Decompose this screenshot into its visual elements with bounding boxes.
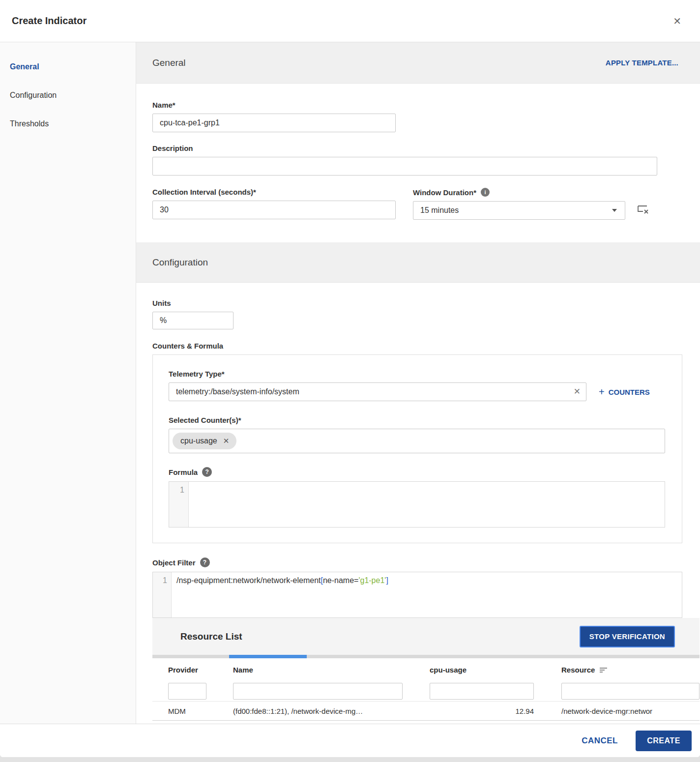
telemetry-type-label: Telemetry Type* [169, 370, 665, 378]
column-header-resource[interactable]: Resource [534, 666, 700, 674]
table-filter-row [152, 681, 700, 701]
formula-editor: 1 [169, 481, 665, 528]
resource-list-title: Resource List [180, 631, 242, 642]
code-bracket-close: ] [386, 576, 388, 585]
code-attr: ne-name= [323, 576, 359, 585]
object-filter-label: Object Filter [152, 558, 196, 567]
sort-icon [600, 668, 607, 673]
selected-counters-field: cpu-usage ✕ [169, 429, 665, 453]
info-icon: i [481, 188, 490, 197]
sidebar-item-configuration[interactable]: Configuration [0, 87, 136, 104]
progress-indicator [229, 655, 307, 658]
counter-chip-label: cpu-usage [180, 437, 217, 445]
configuration-section-title: Configuration [152, 257, 208, 268]
units-field[interactable] [152, 312, 233, 329]
name-field[interactable] [152, 114, 396, 132]
sidebar-item-general[interactable]: General [0, 59, 136, 75]
counter-chip: cpu-usage ✕ [173, 433, 236, 449]
clear-telemetry-icon[interactable]: ✕ [574, 386, 581, 397]
dialog-header: Create Indicator ✕ [0, 0, 700, 42]
dialog-footer: CANCEL CREATE [0, 724, 700, 757]
units-label: Units [152, 299, 700, 307]
cell-cpu-usage: 12.94 [430, 707, 534, 715]
create-button[interactable]: CREATE [636, 731, 692, 751]
column-header-name[interactable]: Name [233, 666, 430, 674]
column-header-provider[interactable]: Provider [168, 666, 233, 674]
description-label: Description [152, 144, 700, 152]
code-string: 'g1-pe1' [358, 576, 386, 585]
dialog-sidebar: General Configuration Thresholds [0, 42, 136, 724]
window-duration-value: 15 minutes [420, 206, 459, 215]
general-section-title: General [152, 58, 186, 68]
object-filter-editor: 1 /nsp-equipment:network/network-element… [152, 572, 682, 618]
plus-icon: + [599, 387, 605, 397]
cell-provider: MDM [168, 707, 233, 715]
table-header-row: Provider Name cpu-usage Resource [152, 658, 700, 681]
formula-help-icon[interactable]: ? [202, 467, 212, 477]
cancel-button[interactable]: CANCEL [582, 736, 618, 746]
window-duration-label: Window Duration* [413, 188, 476, 197]
description-field[interactable] [152, 157, 657, 176]
filter-input-cpu-usage[interactable] [430, 683, 534, 700]
counters-formula-label: Counters & Formula [152, 342, 700, 350]
column-header-cpu-usage[interactable]: cpu-usage [430, 666, 534, 674]
resource-list-section: Resource List STOP VERIFICATION Provider… [152, 618, 700, 721]
window-duration-select[interactable]: 15 minutes [413, 201, 625, 220]
dialog-title: Create Indicator [12, 15, 87, 27]
configuration-section-header: Configuration [136, 242, 700, 283]
create-indicator-dialog: Create Indicator ✕ General Configuration… [0, 0, 700, 757]
formula-code-area[interactable] [189, 482, 665, 527]
sidebar-item-thresholds[interactable]: Thresholds [0, 116, 136, 132]
filter-input-provider[interactable] [168, 683, 206, 700]
formula-line-number: 1 [169, 482, 189, 527]
object-filter-code-area[interactable]: /nsp-equipment:network/network-element[n… [172, 572, 682, 617]
counters-formula-box: Telemetry Type* ✕ + COUNTERS Selected Co… [152, 354, 682, 543]
general-section-header: General APPLY TEMPLATE... [136, 42, 700, 84]
cell-name: (fd00:fde8::1:21), /network-device-mg… [233, 707, 430, 715]
telemetry-type-field[interactable] [169, 382, 586, 401]
name-label: Name* [152, 101, 700, 109]
clear-selection-icon[interactable] [637, 205, 650, 216]
apply-template-button[interactable]: APPLY TEMPLATE... [606, 59, 678, 67]
filter-input-resource[interactable] [561, 683, 700, 700]
collection-interval-field[interactable] [152, 201, 396, 219]
dialog-content: General APPLY TEMPLATE... Name* Descript… [136, 42, 700, 724]
object-filter-line-number: 1 [153, 572, 172, 617]
cell-resource: /network-device-mgr:networ [534, 707, 700, 715]
verification-progress-bar [152, 655, 700, 658]
counters-button[interactable]: + COUNTERS [599, 387, 650, 397]
filter-input-name[interactable] [233, 683, 403, 700]
formula-label: Formula [169, 468, 198, 476]
counters-button-label: COUNTERS [609, 388, 650, 396]
selected-counters-label: Selected Counter(s)* [169, 416, 665, 424]
table-row[interactable]: MDM (fd00:fde8::1:21), /network-device-m… [152, 701, 700, 721]
collection-interval-label: Collection Interval (seconds)* [152, 188, 396, 196]
chevron-down-icon [612, 209, 617, 212]
close-icon[interactable]: ✕ [673, 16, 681, 26]
stop-verification-button[interactable]: STOP VERIFICATION [580, 626, 675, 647]
object-filter-help-icon[interactable]: ? [200, 557, 210, 567]
code-path: /nsp-equipment:network/network-element [176, 576, 321, 585]
remove-counter-icon[interactable]: ✕ [223, 437, 230, 445]
